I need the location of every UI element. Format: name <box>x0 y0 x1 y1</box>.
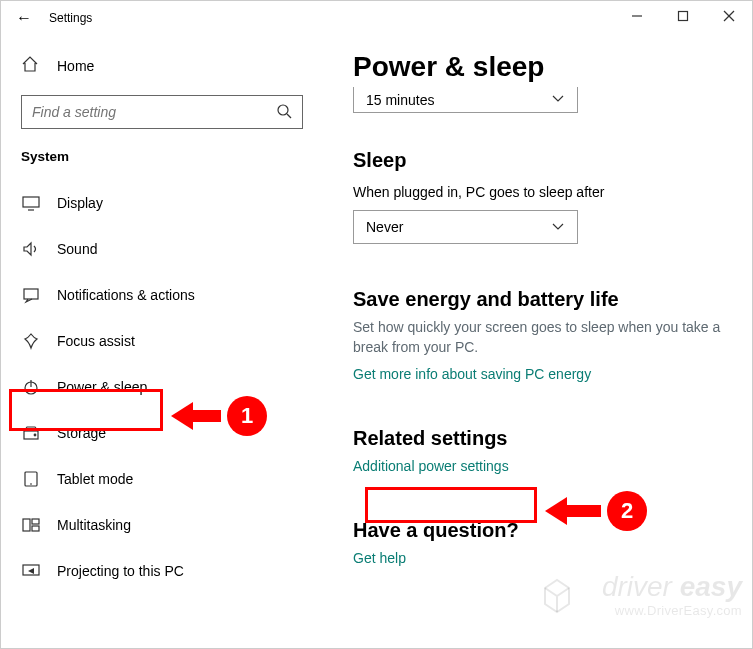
sidebar-item-focus-assist[interactable]: Focus assist <box>1 318 323 364</box>
svg-line-5 <box>287 114 291 118</box>
back-button[interactable]: ← <box>1 9 47 27</box>
search-field[interactable] <box>32 104 276 120</box>
svg-rect-17 <box>32 526 39 531</box>
dropdown-value: Never <box>366 219 403 235</box>
maximize-button[interactable] <box>660 2 706 34</box>
sound-icon <box>21 239 41 259</box>
sidebar-item-label: Focus assist <box>57 333 135 349</box>
tablet-icon <box>21 469 41 489</box>
sidebar-item-multitasking[interactable]: Multitasking <box>1 502 323 548</box>
svg-rect-6 <box>23 197 39 207</box>
screen-timeout-dropdown[interactable]: 15 minutes <box>353 87 578 113</box>
svg-rect-15 <box>23 519 30 531</box>
window-title: Settings <box>49 11 92 25</box>
sidebar-item-label: Storage <box>57 425 106 441</box>
dropdown-value: 15 minutes <box>366 92 434 108</box>
multitasking-icon <box>21 515 41 535</box>
sleep-heading: Sleep <box>353 149 730 172</box>
sidebar-item-display[interactable]: Display <box>1 180 323 226</box>
sidebar-item-label: Projecting to this PC <box>57 563 184 579</box>
sleep-timeout-dropdown[interactable]: Never <box>353 210 578 244</box>
question-heading: Have a question? <box>353 519 730 542</box>
sidebar-item-label: Tablet mode <box>57 471 133 487</box>
projecting-icon <box>21 561 41 581</box>
sidebar-item-tablet-mode[interactable]: Tablet mode <box>1 456 323 502</box>
search-icon <box>276 103 292 122</box>
minimize-icon <box>631 10 643 22</box>
get-help-link[interactable]: Get help <box>353 550 406 566</box>
page-title: Power & sleep <box>353 51 730 83</box>
sidebar: Home System Display Sound Notifications … <box>1 35 323 648</box>
sidebar-item-power-sleep[interactable]: Power & sleep <box>1 364 323 410</box>
home-button[interactable]: Home <box>1 45 323 87</box>
related-settings-heading: Related settings <box>353 427 730 450</box>
sidebar-item-label: Power & sleep <box>57 379 147 395</box>
svg-rect-1 <box>679 12 688 21</box>
notifications-icon <box>21 285 41 305</box>
power-icon <box>21 377 41 397</box>
chevron-down-icon <box>551 91 565 108</box>
sidebar-item-label: Display <box>57 195 103 211</box>
section-label: System <box>1 143 323 180</box>
sidebar-item-label: Sound <box>57 241 97 257</box>
title-bar: ← Settings <box>1 1 752 35</box>
save-energy-link[interactable]: Get more info about saving PC energy <box>353 366 591 382</box>
sidebar-item-label: Notifications & actions <box>57 287 195 303</box>
home-label: Home <box>57 58 94 74</box>
maximize-icon <box>677 10 689 22</box>
sidebar-item-sound[interactable]: Sound <box>1 226 323 272</box>
display-icon <box>21 193 41 213</box>
search-input[interactable] <box>21 95 303 129</box>
main-content: Power & sleep 15 minutes Sleep When plug… <box>323 35 752 648</box>
svg-point-12 <box>34 434 36 436</box>
sidebar-item-projecting[interactable]: Projecting to this PC <box>1 548 323 594</box>
close-icon <box>723 10 735 22</box>
svg-rect-16 <box>32 519 39 524</box>
svg-point-4 <box>278 105 288 115</box>
save-energy-desc: Set how quickly your screen goes to slee… <box>353 317 730 358</box>
minimize-button[interactable] <box>614 2 660 34</box>
sidebar-item-label: Multitasking <box>57 517 131 533</box>
sidebar-item-notifications[interactable]: Notifications & actions <box>1 272 323 318</box>
home-icon <box>21 55 41 77</box>
storage-icon <box>21 423 41 443</box>
sidebar-item-storage[interactable]: Storage <box>1 410 323 456</box>
sleep-label: When plugged in, PC goes to sleep after <box>353 184 730 200</box>
focus-assist-icon <box>21 331 41 351</box>
svg-rect-8 <box>24 289 38 299</box>
chevron-down-icon <box>551 219 565 236</box>
close-button[interactable] <box>706 2 752 34</box>
save-energy-heading: Save energy and battery life <box>353 288 730 311</box>
additional-power-settings-link[interactable]: Additional power settings <box>353 458 509 474</box>
